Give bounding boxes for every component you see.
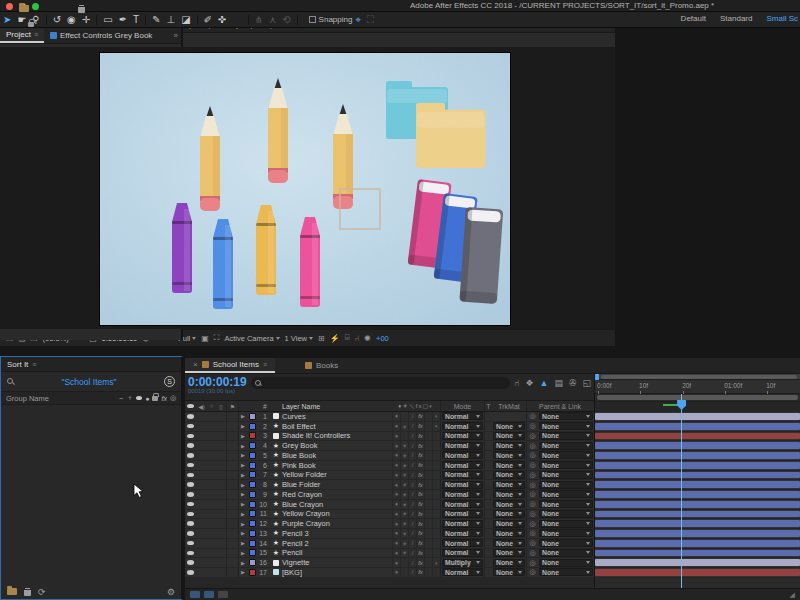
fx-switch[interactable]: fx [416, 529, 424, 538]
layer-bar[interactable] [595, 471, 800, 481]
composition-canvas[interactable] [0, 47, 615, 329]
parent-dropdown[interactable]: None [538, 490, 594, 499]
parent-dropdown[interactable]: None [538, 451, 594, 460]
label-color-chip[interactable] [247, 432, 257, 441]
expand-arrow-icon[interactable]: ▶ [239, 539, 247, 548]
composition-image[interactable] [99, 52, 511, 326]
solo-toggle[interactable] [207, 549, 216, 558]
panel-menu-icon[interactable]: ≡ [32, 361, 36, 368]
preserve-transparency-toggle[interactable] [484, 529, 492, 538]
sort-it-selection[interactable]: "School Items" [14, 377, 164, 387]
preserve-transparency-toggle[interactable] [484, 490, 492, 499]
timeline-search-input[interactable] [251, 377, 510, 389]
collapse-switch[interactable] [400, 568, 408, 577]
frame-blend-switch[interactable] [424, 568, 432, 577]
solo-toggle[interactable] [207, 500, 216, 509]
shy-switch[interactable]: ♦ [392, 441, 400, 450]
view-axis-mode-icon[interactable]: ⟲ [279, 13, 293, 27]
adjustment-switch[interactable] [432, 432, 440, 441]
visibility-toggle[interactable] [185, 422, 196, 431]
layer-bar[interactable] [595, 461, 800, 471]
close-icon[interactable]: × [193, 360, 198, 369]
brush-tool[interactable]: ✎ [149, 13, 163, 27]
shy-switch[interactable]: ♦ [392, 480, 400, 489]
fx-switch[interactable]: fx [416, 471, 424, 480]
visibility-toggle[interactable] [185, 539, 196, 548]
mode-dropdown[interactable]: Normal [440, 519, 484, 528]
layer-name[interactable]: Yellow Crayon [282, 510, 392, 519]
adjustment-switch[interactable] [432, 568, 440, 577]
preserve-transparency-toggle[interactable] [484, 500, 492, 509]
lock-toggle[interactable] [216, 412, 227, 421]
expand-arrow-icon[interactable]: ▶ [239, 441, 247, 450]
lock-column-icon[interactable]: ▯ [216, 401, 227, 411]
visibility-toggle[interactable] [185, 568, 196, 577]
label-color-chip[interactable] [247, 519, 257, 528]
label-color-chip[interactable] [247, 549, 257, 558]
eraser-tool[interactable]: ◪ [178, 13, 193, 27]
work-area-bar[interactable] [595, 394, 800, 402]
quality-switch[interactable]: / [408, 568, 416, 577]
preserve-transparency-toggle[interactable] [484, 461, 492, 470]
trkmat-dropdown[interactable]: None [492, 451, 526, 460]
layer-name[interactable]: Purple Crayon [282, 519, 392, 528]
type-tool[interactable]: T [130, 13, 142, 27]
frame-blend-switch[interactable] [424, 529, 432, 538]
adjustment-switch[interactable] [432, 480, 440, 489]
local-axis-mode-icon[interactable]: ⋔ [252, 13, 266, 27]
gear-icon[interactable]: ⚙ [167, 587, 175, 597]
visibility-toggle[interactable] [185, 412, 196, 421]
pick-whip-icon[interactable]: ◎ [526, 412, 538, 421]
trkmat-dropdown[interactable]: None [492, 568, 526, 577]
adjustment-switch[interactable] [432, 490, 440, 499]
shy-switch[interactable]: ♦ [392, 549, 400, 558]
shy-switch[interactable]: ♦ [392, 412, 400, 421]
adjustment-switch[interactable]: ◐ [432, 422, 440, 431]
fx-switch[interactable]: fx [416, 432, 424, 441]
world-axis-mode-icon[interactable]: ⋏ [266, 13, 279, 27]
layer-bar[interactable] [595, 412, 800, 422]
layer-name[interactable]: Pencil 2 [282, 539, 392, 548]
table-row[interactable]: ▶ 11 ★ Yellow Crayon ♦ ☀ / fx Normal Non… [185, 510, 594, 520]
quality-switch[interactable]: / [408, 529, 416, 538]
expand-arrow-icon[interactable]: ▶ [239, 558, 247, 567]
fx-switch[interactable]: fx [416, 412, 424, 421]
resize-grip-icon[interactable]: ◢ [790, 591, 795, 599]
target-icon[interactable]: ◎ [170, 394, 176, 402]
parent-dropdown[interactable]: None [538, 480, 594, 489]
parent-dropdown[interactable]: None [538, 471, 594, 480]
collapse-switch[interactable]: ☀ [400, 451, 408, 460]
table-row[interactable]: ▶ 15 ★ Pencil ♦ ☀ / fx Normal None ◎ Non… [185, 549, 594, 559]
layer-bar[interactable] [595, 422, 800, 432]
adjustment-switch[interactable] [432, 510, 440, 519]
layer-name[interactable]: Yellow Folder [282, 471, 392, 480]
frame-blend-switch[interactable] [424, 451, 432, 460]
shy-switch[interactable]: ♦ [392, 539, 400, 548]
lock-toggle[interactable] [216, 490, 227, 499]
parent-dropdown[interactable]: None [538, 510, 594, 519]
expand-inout-toggle[interactable] [218, 591, 228, 598]
view-layout-dropdown[interactable]: 1 View [285, 334, 313, 343]
table-row[interactable]: ▶ 12 ★ Purple Crayon ♦ ☀ / fx Normal Non… [185, 519, 594, 529]
trkmat-column[interactable]: TrkMat [492, 401, 526, 411]
adjustment-switch[interactable] [432, 471, 440, 480]
timeline-button-icon[interactable]: ⌸ [345, 333, 350, 343]
preserve-transparency-toggle[interactable] [484, 519, 492, 528]
preserve-transparency-toggle[interactable] [484, 480, 492, 489]
audio-toggle[interactable] [196, 558, 207, 567]
layer-name[interactable]: Red Crayon [282, 490, 392, 499]
pick-whip-icon[interactable]: ◎ [526, 519, 538, 528]
more-tabs-icon[interactable]: » [174, 31, 181, 40]
lock-toggle[interactable] [216, 510, 227, 519]
solo-toggle[interactable] [207, 480, 216, 489]
preserve-transparency-toggle[interactable] [484, 558, 492, 567]
collapse-switch[interactable]: ☀ [400, 490, 408, 499]
expand-layer-switches-toggle[interactable] [190, 591, 200, 598]
layer-name[interactable]: Blue Book [282, 451, 392, 460]
pick-whip-icon[interactable]: ◎ [526, 461, 538, 470]
audio-toggle[interactable] [196, 432, 207, 441]
settings-badge[interactable]: S [164, 376, 175, 387]
lock-icon[interactable] [152, 396, 158, 401]
lock-toggle[interactable] [216, 529, 227, 538]
parent-dropdown[interactable]: None [538, 529, 594, 538]
